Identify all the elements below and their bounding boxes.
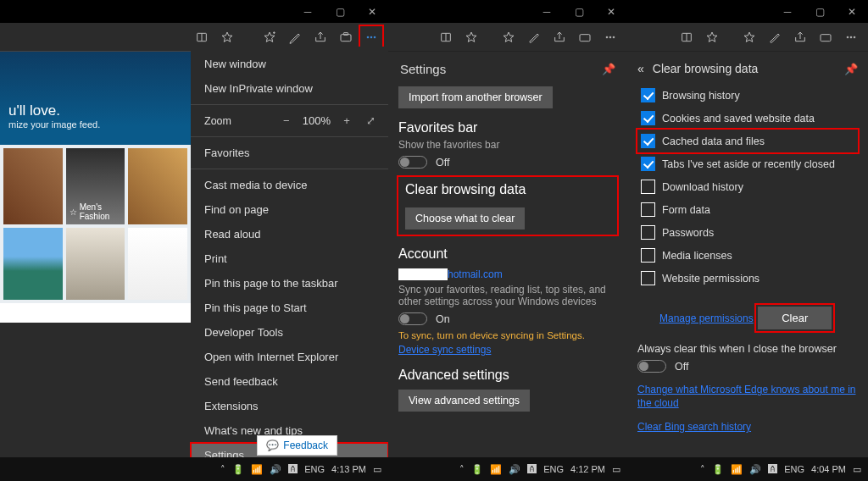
wifi-icon[interactable]: 📶: [490, 464, 502, 475]
always-clear-toggle[interactable]: [637, 360, 666, 373]
choose-clear-button[interactable]: Choose what to clear: [405, 207, 525, 229]
notes-icon[interactable]: [522, 25, 546, 49]
volume-icon[interactable]: 🔊: [749, 464, 761, 475]
wifi-icon[interactable]: 📶: [731, 464, 743, 475]
reading-view-icon[interactable]: [190, 25, 214, 49]
maximize-button[interactable]: ▢: [563, 0, 595, 23]
menu-pin-start[interactable]: Pin this page to Start: [191, 296, 388, 320]
clear-bing-link[interactable]: Clear Bing search history: [637, 420, 751, 434]
favorite-star-icon[interactable]: [215, 25, 239, 49]
import-browser-button[interactable]: Import from another browser: [398, 86, 553, 108]
pin-icon[interactable]: 📌: [844, 63, 858, 75]
add-favorite-icon[interactable]: [497, 25, 520, 49]
favorite-star-icon[interactable]: [459, 25, 483, 49]
reading-view-icon[interactable]: [434, 25, 458, 49]
account-email[interactable]: xxxxxxxxxhotmail.com: [398, 268, 503, 280]
notifications-icon[interactable]: ▭: [373, 464, 381, 475]
checkbox[interactable]: [641, 157, 655, 171]
volume-icon[interactable]: 🔊: [270, 464, 281, 475]
clock[interactable]: 4:13 PM: [331, 464, 366, 474]
menu-new-window[interactable]: New window: [191, 52, 388, 76]
more-menu-icon[interactable]: [839, 25, 863, 49]
view-advanced-button[interactable]: View advanced settings: [398, 390, 530, 412]
manage-permissions-link[interactable]: Manage permissions: [659, 312, 754, 325]
favorites-bar-toggle[interactable]: [398, 156, 427, 169]
checkbox[interactable]: [641, 225, 655, 240]
menu-read-aloud[interactable]: Read aloud: [191, 222, 388, 246]
menu-pin-taskbar[interactable]: Pin this page to the taskbar: [191, 271, 388, 296]
notifications-icon[interactable]: ▭: [612, 464, 620, 475]
checkbox[interactable]: [641, 111, 655, 125]
share-icon[interactable]: [309, 25, 332, 49]
battery-icon[interactable]: 🔋: [471, 464, 483, 475]
back-button[interactable]: «: [637, 62, 644, 75]
clear-option-row[interactable]: Cookies and saved website data: [637, 107, 858, 130]
pin-icon[interactable]: 📌: [602, 63, 615, 75]
clear-option-row[interactable]: Website permissions: [637, 267, 858, 290]
battery-icon[interactable]: 🔋: [232, 464, 244, 475]
lang-indicator[interactable]: ENG: [304, 464, 325, 474]
share-icon[interactable]: [788, 25, 812, 49]
checkbox[interactable]: [641, 88, 655, 102]
maximize-button[interactable]: ▢: [324, 0, 356, 23]
menu-open-ie[interactable]: Open with Internet Explorer: [191, 345, 388, 369]
hub-icon[interactable]: [814, 25, 837, 49]
ime-icon[interactable]: 🅰: [768, 464, 777, 474]
clear-option-row[interactable]: Form data: [637, 198, 858, 221]
checkbox[interactable]: [641, 271, 655, 285]
edge-privacy-link[interactable]: Change what Microsoft Edge knows about m…: [637, 383, 858, 410]
zoom-out-button[interactable]: −: [279, 114, 294, 127]
add-favorite-icon[interactable]: [737, 25, 761, 49]
menu-find[interactable]: Find on page: [191, 197, 388, 222]
volume-icon[interactable]: 🔊: [509, 464, 520, 475]
close-button[interactable]: ✕: [836, 0, 868, 23]
checkbox[interactable]: [641, 180, 655, 194]
hub-icon[interactable]: [573, 25, 597, 49]
checkbox[interactable]: [641, 202, 655, 217]
battery-icon[interactable]: 🔋: [712, 464, 724, 475]
menu-extensions[interactable]: Extensions: [191, 394, 388, 418]
sync-toggle[interactable]: [398, 312, 427, 325]
add-favorite-icon[interactable]: [258, 25, 281, 49]
minimize-button[interactable]: ─: [771, 0, 804, 23]
menu-feedback[interactable]: Send feedback: [191, 369, 388, 394]
checkbox[interactable]: [641, 248, 655, 263]
ime-icon[interactable]: 🅰: [527, 464, 537, 474]
checkbox[interactable]: [641, 134, 655, 148]
image-tile[interactable]: ☆Men's Fashion: [66, 148, 125, 224]
clear-option-row[interactable]: Download history: [637, 175, 858, 198]
more-menu-icon[interactable]: [359, 25, 383, 49]
favorite-star-icon[interactable]: [700, 25, 724, 49]
clear-option-row[interactable]: Tabs I've set aside or recently closed: [637, 152, 858, 175]
close-button[interactable]: ✕: [356, 0, 388, 23]
reading-view-icon[interactable]: [675, 25, 698, 49]
menu-cast[interactable]: Cast media to device: [191, 173, 388, 197]
menu-new-inprivate[interactable]: New InPrivate window: [191, 76, 388, 101]
clear-option-row[interactable]: Browsing history: [637, 84, 858, 107]
ime-icon[interactable]: 🅰: [288, 464, 298, 474]
more-menu-icon[interactable]: [598, 25, 622, 49]
menu-favorites[interactable]: Favorites: [191, 141, 388, 165]
notes-icon[interactable]: [283, 25, 307, 49]
clock[interactable]: 4:04 PM: [811, 464, 846, 474]
clear-button[interactable]: Clear: [758, 307, 832, 329]
clear-option-row[interactable]: Cached data and files: [637, 130, 858, 152]
hub-icon[interactable]: [334, 25, 358, 49]
clock[interactable]: 4:12 PM: [570, 464, 605, 474]
fullscreen-button[interactable]: ⤢: [363, 114, 378, 127]
image-tile[interactable]: [3, 228, 63, 300]
clear-option-row[interactable]: Media licenses: [637, 244, 858, 267]
maximize-button[interactable]: ▢: [804, 0, 836, 23]
tray-up-icon[interactable]: ˄: [220, 464, 225, 475]
share-icon[interactable]: [548, 25, 571, 49]
image-tile[interactable]: [3, 148, 63, 224]
minimize-button[interactable]: ─: [531, 0, 563, 23]
lang-indicator[interactable]: ENG: [784, 464, 804, 474]
minimize-button[interactable]: ─: [292, 0, 324, 23]
zoom-in-button[interactable]: +: [339, 114, 354, 127]
notes-icon[interactable]: [763, 25, 787, 49]
wifi-icon[interactable]: 📶: [251, 464, 263, 475]
lang-indicator[interactable]: ENG: [543, 464, 564, 474]
device-sync-link[interactable]: Device sync settings: [398, 344, 617, 356]
clear-option-row[interactable]: Passwords: [637, 221, 858, 244]
